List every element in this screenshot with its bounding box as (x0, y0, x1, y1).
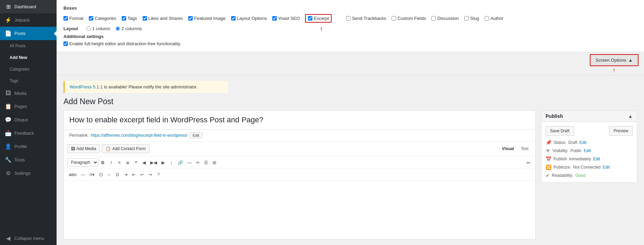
sidebar-item-label: Feedback (14, 131, 34, 136)
layout-1col[interactable]: 1 column (86, 26, 110, 31)
wordpress-update-link[interactable]: WordPress 5.1.1 (70, 84, 103, 89)
undo-button[interactable]: ↩ (138, 171, 146, 178)
indent-button[interactable]: ⇥ (122, 171, 129, 178)
custom-char-button[interactable]: ⊡ (97, 171, 105, 178)
layout-1col-input[interactable] (86, 26, 91, 31)
table-button[interactable]: ☰ (202, 159, 210, 166)
checkbox-discussion-label: Discussion (437, 16, 459, 21)
align-center-button[interactable]: ▶◀ (148, 159, 159, 166)
preview-button[interactable]: Preview (609, 126, 633, 136)
checkbox-discussion[interactable]: Discussion (431, 16, 459, 21)
add-media-button[interactable]: 🖼 Add Media (67, 144, 100, 153)
checkbox-send-trackbacks[interactable]: Send Trackbacks (346, 16, 386, 21)
layout-2col-input[interactable] (116, 26, 120, 31)
checkbox-yoast-seo-input[interactable] (272, 16, 277, 21)
sidebar-item-label: Tags (10, 78, 18, 83)
strikethrough-button[interactable]: ABC (67, 172, 79, 178)
publish-collapse-button[interactable]: ▲ (628, 113, 633, 119)
checkbox-slug[interactable]: Slug (464, 16, 479, 21)
font-color-button[interactable]: A▾ (88, 171, 97, 178)
publicize-edit-link[interactable]: Edit (603, 165, 610, 170)
sidebar-item-tags[interactable]: Tags (0, 75, 57, 87)
permalink-edit-button[interactable]: Edit (190, 132, 202, 138)
checkbox-likes-shares[interactable]: Likes and Shares (143, 16, 183, 21)
checkbox-likes-shares-input[interactable] (143, 16, 147, 21)
sidebar-item-posts[interactable]: 📄 Posts (0, 27, 57, 40)
screen-options-arrow: ↑ (612, 67, 616, 73)
checkbox-author-input[interactable] (485, 16, 489, 21)
align-right-button[interactable]: ▶ (159, 159, 167, 166)
sidebar-item-collapse[interactable]: ◀ Collapse menu (0, 232, 57, 245)
tab-text[interactable]: Text (517, 145, 532, 153)
checkbox-categories-input[interactable] (89, 16, 93, 21)
add-contact-button[interactable]: 📋 Add Contact Form (102, 144, 149, 153)
jetpack-icon: ⚡ (5, 17, 12, 23)
justify-button[interactable]: ↕ (168, 159, 175, 166)
italic-button[interactable]: I (107, 159, 115, 166)
status-edit-link[interactable]: Edit (579, 140, 586, 145)
checkbox-format[interactable]: Format (63, 16, 83, 21)
sidebar-item-categories[interactable]: Categories (0, 63, 57, 75)
sidebar-item-disqus[interactable]: 💬 Disqus (0, 113, 57, 126)
checkbox-tags-input[interactable] (122, 16, 126, 21)
insert-button[interactable]: — (186, 159, 193, 166)
post-title-input[interactable] (64, 111, 535, 130)
sidebar-item-feedback[interactable]: 📩 Feedback (0, 126, 57, 140)
sidebar-item-add-new[interactable]: Add New (0, 52, 57, 63)
checkbox-send-trackbacks-input[interactable] (346, 16, 350, 21)
align-left-button[interactable]: ◀ (140, 159, 148, 166)
visibility-edit-link[interactable]: Edit (584, 148, 591, 153)
checkbox-layout-options[interactable]: Layout Options (231, 16, 267, 21)
checkbox-fullheight[interactable]: Enable full-height editor and distractio… (63, 41, 632, 46)
editor-body[interactable] (64, 181, 535, 239)
sidebar-item-dashboard[interactable]: ⊞ Dashboard (0, 0, 57, 13)
checkbox-tags[interactable]: Tags (122, 16, 137, 21)
checkbox-excerpt[interactable]: Excerpt (305, 14, 332, 23)
sidebar-item-media[interactable]: 🖼 Media (0, 87, 57, 100)
checkbox-yoast-seo[interactable]: Yoast SEO (272, 16, 300, 21)
sidebar-item-jetpack[interactable]: ⚡ Jetpack (0, 13, 57, 27)
clear-button[interactable]: ○ (105, 171, 113, 178)
sidebar-item-pages[interactable]: 📋 Pages (0, 100, 57, 113)
special-char-button[interactable]: Ω (114, 171, 121, 178)
sidebar-item-label: Media (14, 91, 26, 96)
checkbox-featured-image-input[interactable] (188, 16, 193, 21)
bold-button[interactable]: B (99, 159, 107, 166)
checkbox-author[interactable]: Author (485, 16, 503, 21)
checkbox-custom-fields-input[interactable] (392, 16, 396, 21)
ol-button[interactable]: ≣ (124, 159, 131, 166)
sidebar-item-settings[interactable]: ⚙ Settings (0, 167, 57, 180)
checkbox-custom-fields[interactable]: Custom Fields (392, 16, 426, 21)
sidebar-item-all-posts[interactable]: All Posts (0, 40, 57, 52)
checkbox-discussion-input[interactable] (431, 16, 436, 21)
permalink-url[interactable]: https://afthemes.com/blog/excerpt-field-… (91, 133, 188, 138)
screen-options-button[interactable]: Screen Options ▲ (591, 56, 637, 65)
blockquote-button[interactable]: ❝ (132, 159, 140, 166)
ul-button[interactable]: ≡ (116, 159, 123, 166)
screen-options-label: Screen Options (596, 58, 627, 63)
save-draft-button[interactable]: Save Draft (546, 126, 574, 136)
checkbox-layout-options-input[interactable] (231, 16, 236, 21)
publish-time-edit-link[interactable]: Edit (593, 157, 600, 161)
spell-check-button[interactable]: ✏ (194, 159, 202, 166)
checkbox-fullheight-input[interactable] (63, 41, 68, 46)
sidebar-item-profile[interactable]: 👤 Profile (0, 140, 57, 153)
help-button[interactable]: ? (155, 171, 162, 178)
paragraph-select[interactable]: Paragraph (67, 158, 98, 167)
outdent-button[interactable]: ⇤ (130, 171, 138, 178)
boxes-title: Boxes (63, 5, 637, 11)
sidebar-item-tools[interactable]: 🔧 Tools (0, 153, 57, 167)
toolbar-toggle-button[interactable]: ⇔ (524, 159, 532, 166)
checkbox-categories[interactable]: Categories (89, 16, 116, 21)
tab-visual[interactable]: Visual (499, 145, 517, 153)
checkbox-featured-image[interactable]: Featured Image (188, 16, 226, 21)
checkbox-format-input[interactable] (63, 16, 68, 21)
checkbox-excerpt-input[interactable] (308, 16, 312, 21)
grid-button[interactable]: ⊞ (211, 159, 218, 166)
layout-2col[interactable]: 2 columns (116, 26, 142, 31)
checkbox-slug-input[interactable] (464, 16, 469, 21)
screen-options-wrapper: Screen Options ▲ ↑ (590, 54, 639, 73)
link-button[interactable]: 🔗 (176, 159, 185, 166)
hr-button[interactable]: — (79, 171, 87, 178)
redo-button[interactable]: ↪ (146, 171, 154, 178)
